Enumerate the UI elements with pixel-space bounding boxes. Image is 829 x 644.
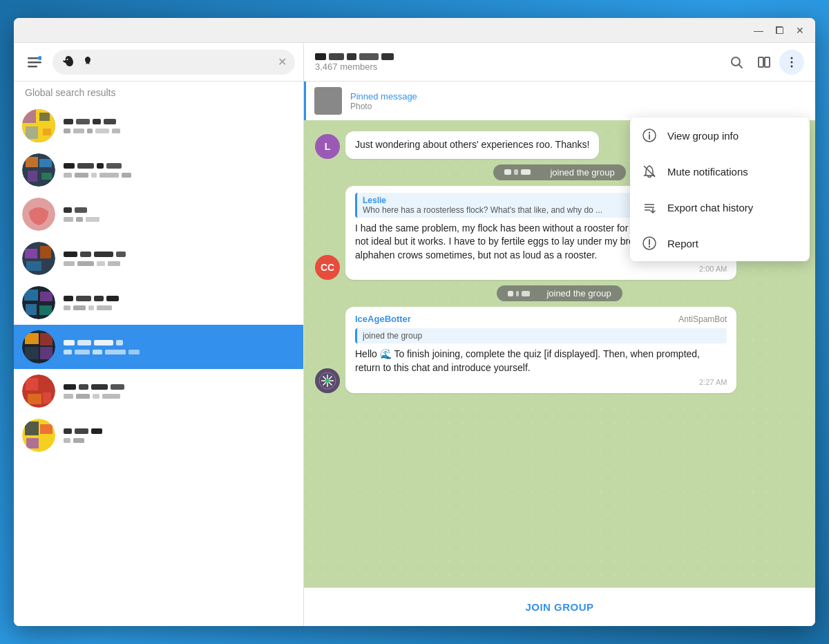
svg-rect-117 — [522, 291, 530, 296]
chat-name — [64, 338, 295, 349]
name-pattern — [64, 427, 119, 435]
svg-rect-83 — [64, 384, 76, 390]
svg-rect-15 — [73, 129, 84, 133]
avatar-pattern — [22, 330, 55, 363]
svg-rect-13 — [104, 119, 116, 124]
chat-info — [64, 426, 295, 444]
svg-rect-56 — [64, 296, 73, 301]
minimize-button[interactable]: — — [749, 21, 768, 40]
title-bar: — ⧠ ✕ — [14, 18, 815, 43]
svg-rect-36 — [64, 217, 73, 222]
list-item[interactable] — [14, 369, 303, 413]
chat-preview — [64, 128, 295, 135]
list-item[interactable] — [14, 413, 303, 457]
svg-rect-40 — [25, 249, 37, 258]
preview-pattern — [64, 393, 126, 400]
svg-rect-113 — [514, 169, 518, 175]
columns-button[interactable] — [752, 50, 776, 75]
report-item[interactable]: Report — [630, 225, 810, 261]
svg-point-4 — [67, 59, 68, 60]
svg-rect-24 — [64, 163, 75, 169]
list-item[interactable] — [14, 281, 303, 325]
mute-bell-icon — [642, 164, 657, 179]
svg-rect-92 — [25, 422, 39, 435]
svg-rect-54 — [26, 304, 37, 315]
chat-name — [64, 382, 295, 393]
avatar — [22, 153, 55, 187]
sidebar: ✕ Global search results — [14, 43, 304, 626]
list-item[interactable] — [14, 104, 303, 148]
chat-info — [64, 249, 295, 267]
svg-rect-114 — [521, 169, 531, 175]
svg-rect-75 — [93, 350, 102, 354]
svg-rect-48 — [77, 261, 94, 266]
export-icon — [641, 199, 658, 216]
list-item[interactable] — [14, 325, 303, 369]
svg-rect-67 — [25, 347, 39, 359]
svg-rect-10 — [64, 119, 73, 124]
svg-rect-46 — [116, 252, 126, 257]
message-text: Just wondering about others' experiences… — [355, 138, 589, 152]
pinned-message-bar[interactable]: Pinned message Photo — [304, 82, 815, 120]
iceage-icon — [318, 372, 336, 390]
join-notification: joined the group — [493, 164, 625, 180]
svg-rect-108 — [765, 57, 770, 67]
message-text: Hello 🌊 To finish joining, complete the … — [355, 348, 727, 375]
svg-rect-63 — [97, 305, 112, 310]
svg-rect-107 — [759, 57, 763, 67]
view-group-info-item[interactable]: View group info — [630, 117, 810, 153]
chat-info — [64, 382, 295, 400]
message-time: 2:27 AM — [355, 378, 727, 386]
close-button[interactable]: ✕ — [790, 21, 810, 40]
hamburger-icon — [28, 55, 41, 69]
svg-rect-89 — [93, 394, 99, 399]
preview-pattern — [64, 349, 146, 356]
svg-rect-61 — [73, 305, 86, 310]
search-box: ✕ — [53, 50, 295, 75]
svg-point-109 — [791, 57, 793, 59]
svg-rect-6 — [22, 109, 36, 123]
message-row: IceAgeBotter AntiSpamBot joined the grou… — [315, 307, 804, 392]
avatar — [22, 198, 55, 231]
message-time: 2:00 AM — [355, 265, 727, 273]
search-input-area[interactable] — [61, 55, 272, 70]
svg-rect-97 — [91, 428, 102, 434]
export-chat-history-item[interactable]: Export chat history — [630, 189, 810, 225]
svg-point-134 — [649, 246, 650, 247]
svg-point-3 — [38, 56, 41, 60]
svg-rect-84 — [79, 384, 88, 390]
mute-notifications-item[interactable]: Mute notifications — [630, 153, 810, 189]
group-name-pattern — [315, 52, 398, 61]
join-button[interactable]: JOIN GROUP — [525, 601, 593, 613]
preview-pattern — [64, 172, 140, 179]
svg-rect-45 — [94, 252, 113, 257]
svg-rect-69 — [64, 340, 75, 345]
search-clear-button[interactable]: ✕ — [278, 55, 287, 68]
chat-title — [315, 52, 716, 61]
list-item[interactable] — [14, 236, 303, 281]
maximize-button[interactable]: ⧠ — [770, 21, 789, 40]
chat-preview — [64, 216, 295, 223]
list-item[interactable] — [14, 192, 303, 236]
search-avatar-icon — [61, 55, 76, 70]
name-pattern — [64, 206, 119, 214]
svg-rect-2 — [28, 66, 37, 68]
svg-rect-76 — [105, 350, 126, 354]
chat-panel: 3,467 members — [304, 43, 815, 626]
list-item[interactable] — [14, 148, 303, 192]
chat-preview — [64, 437, 295, 444]
svg-rect-29 — [75, 173, 88, 178]
bot-label: AntiSpamBot — [678, 314, 727, 324]
svg-rect-25 — [77, 163, 94, 169]
menu-button[interactable] — [22, 50, 47, 75]
info-circle-icon — [642, 128, 657, 143]
more-options-button[interactable] — [779, 50, 804, 75]
svg-rect-44 — [80, 252, 91, 257]
svg-rect-94 — [26, 438, 39, 448]
chat-preview — [64, 172, 295, 179]
svg-rect-71 — [94, 340, 113, 345]
message-bubble: IceAgeBotter AntiSpamBot joined the grou… — [345, 307, 736, 392]
svg-rect-16 — [87, 129, 93, 133]
svg-rect-52 — [24, 290, 38, 301]
search-button[interactable] — [724, 50, 749, 75]
